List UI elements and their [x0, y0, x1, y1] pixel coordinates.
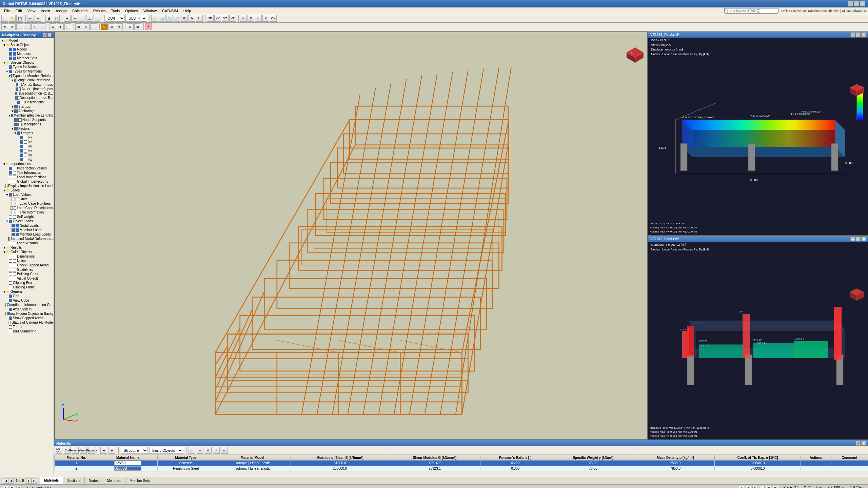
cb-di2[interactable] — [7, 184, 7, 188]
viewport-left[interactable]: VE1025_Final.rs9* — □ ✕ — [54, 32, 648, 440]
tree-types-members[interactable]: ▼ Types for Members — [0, 69, 54, 74]
cb-nl2[interactable] — [16, 224, 19, 227]
tree-member-sets[interactable]: Member Sets — [0, 56, 54, 60]
vm-4[interactable]: 4 — [759, 486, 765, 488]
tree-lkz[interactable]: lkz — [0, 140, 54, 144]
bp-pin[interactable]: 📌 — [856, 441, 861, 446]
tb-calc[interactable]: ⚡ — [151, 15, 158, 22]
cb-dim[interactable] — [9, 255, 12, 258]
expand-stirrups[interactable]: ▼ — [11, 105, 14, 108]
tree-descriptions[interactable]: Descriptions — [0, 122, 54, 126]
cb-li[interactable] — [9, 176, 12, 179]
view-cube[interactable]: X — [622, 41, 644, 63]
cb-lw2[interactable] — [13, 242, 16, 245]
cb-ax1b[interactable] — [19, 83, 22, 86]
tab-materials[interactable]: Materials — [40, 477, 63, 484]
bp-prev[interactable]: ◄ — [100, 447, 107, 454]
tb-pan[interactable]: ✥ — [189, 15, 195, 22]
cb-mll[interactable] — [12, 233, 15, 236]
cb-ti2[interactable] — [13, 171, 16, 175]
cb-bg2[interactable] — [13, 272, 16, 276]
tb-plate[interactable]: ▭ — [79, 15, 85, 22]
cb-long[interactable] — [14, 79, 16, 82]
cb-vc[interactable] — [9, 299, 12, 302]
tree-desc1[interactable]: Description on -2: B... — [0, 91, 54, 96]
tb-results[interactable]: 📊 — [159, 15, 165, 22]
tb-check[interactable]: ✓ — [255, 15, 262, 22]
tb-select[interactable]: ⊹ — [240, 15, 247, 22]
tb-save[interactable]: 💾 — [16, 15, 23, 22]
cb-gl2[interactable] — [13, 268, 16, 271]
tb2-wire[interactable]: ▤ — [50, 23, 56, 30]
tree-long-reinf[interactable]: ▼ Longitudinal Reinforce... — [0, 78, 54, 82]
tb-view-yz[interactable]: YZ — [229, 15, 236, 22]
tree-load-values[interactable]: ▼ Load Values — [0, 192, 54, 197]
menu-assign[interactable]: Assign — [53, 8, 70, 14]
cb-members2[interactable] — [13, 52, 16, 56]
cb-units[interactable] — [12, 198, 15, 201]
tree-lengths-group[interactable]: ▼ Lengths — [0, 131, 54, 135]
table-row[interactable]: 1 Concrete Isotropic | Linear Elastic 31… — [55, 461, 868, 466]
tb-zoom-in[interactable]: 🔍 — [166, 15, 173, 22]
cb-li2[interactable] — [13, 176, 16, 179]
cb-lkz[interactable] — [20, 140, 23, 144]
cb-lky2[interactable] — [24, 136, 27, 139]
tree-guide-objects[interactable]: ▼ 📁 Guide Objects — [0, 250, 54, 254]
cb-nl[interactable] — [12, 224, 15, 227]
bp-del[interactable]: − — [197, 447, 203, 454]
tab-member-sets[interactable]: Member Sets — [125, 477, 154, 484]
menu-insert[interactable]: Insert — [38, 8, 53, 14]
tb2-number[interactable]: # — [83, 23, 90, 30]
tree-axis-system[interactable]: Axis System — [0, 307, 54, 311]
tb-deselect[interactable]: ⊠ — [248, 15, 254, 22]
viewport-top-right[interactable]: VE1025_Final.rs9* — □ ✕ CO4 - ULS_4 Stat… — [648, 32, 868, 236]
cb-cf[interactable] — [8, 321, 11, 324]
tree-nodes[interactable]: Nodes — [0, 47, 54, 52]
table-row[interactable]: 2 Reinforcing Steel Isotropic | Linear E… — [55, 466, 868, 471]
expand-imperf[interactable]: ▼ — [3, 162, 6, 166]
expand-model[interactable]: ▼ — [1, 39, 4, 42]
search-input[interactable] — [724, 8, 778, 14]
td-name-2[interactable] — [98, 466, 158, 471]
maximize-button[interactable]: □ — [854, 1, 859, 6]
cb-ax2b[interactable] — [19, 87, 21, 91]
cb-vo2[interactable] — [13, 277, 16, 280]
expand-go[interactable]: ▼ — [3, 250, 6, 254]
tree-local-imperf[interactable]: Local Imperfections — [0, 175, 54, 179]
cb-lkz3[interactable] — [20, 158, 23, 161]
cb-dim2[interactable] — [13, 255, 16, 258]
cb-desc2[interactable] — [15, 96, 17, 100]
tree-title-info2[interactable]: Title Information — [0, 210, 54, 215]
cb-terrain[interactable] — [9, 325, 12, 329]
tree-member-ll[interactable]: Member Load Loads — [0, 232, 54, 237]
tree-eff-lengths[interactable]: ▼ Member Effective Lengths — [0, 113, 54, 118]
vm-5[interactable]: ⊞ — [766, 486, 771, 488]
vm-3[interactable]: 3 — [752, 486, 758, 488]
pg-prev[interactable]: ◄ — [8, 478, 14, 484]
tree-nodal-supports[interactable]: Nodal Supports — [0, 118, 54, 122]
tb-copy[interactable]: 📋 — [53, 15, 60, 22]
tb-support[interactable]: △ — [86, 15, 93, 22]
name-input-2[interactable] — [114, 466, 141, 471]
expand-reinf[interactable]: ▼ — [8, 74, 11, 78]
cb-di[interactable] — [5, 184, 6, 188]
tb2-6[interactable]: ↓ — [39, 23, 45, 30]
cb-lkv2[interactable] — [24, 149, 27, 152]
menu-results[interactable]: Results — [91, 8, 108, 14]
expand-tmembers[interactable]: ▼ — [5, 70, 9, 73]
cb-gi[interactable] — [9, 180, 12, 183]
bp-export[interactable]: ↗ — [213, 447, 220, 454]
tree-desc2[interactable]: Description on +z: B... — [0, 96, 54, 100]
tb-print[interactable]: 🖨 — [45, 15, 52, 22]
cb-ti4[interactable] — [16, 211, 19, 214]
cb-msets[interactable] — [9, 57, 12, 60]
cb-lw[interactable] — [9, 242, 12, 245]
cb-members[interactable] — [9, 52, 12, 56]
tree-imposed-nodal[interactable]: Imposed Nodal Deformatio... — [0, 237, 54, 241]
cb-nodes2[interactable] — [13, 48, 16, 51]
cb-lku2[interactable] — [24, 145, 27, 148]
tree-notes[interactable]: Notes — [0, 259, 54, 263]
cb-lkz4[interactable] — [24, 158, 27, 161]
cb-lky4[interactable] — [24, 154, 27, 157]
expand-anchoring[interactable]: ▼ — [11, 109, 14, 113]
